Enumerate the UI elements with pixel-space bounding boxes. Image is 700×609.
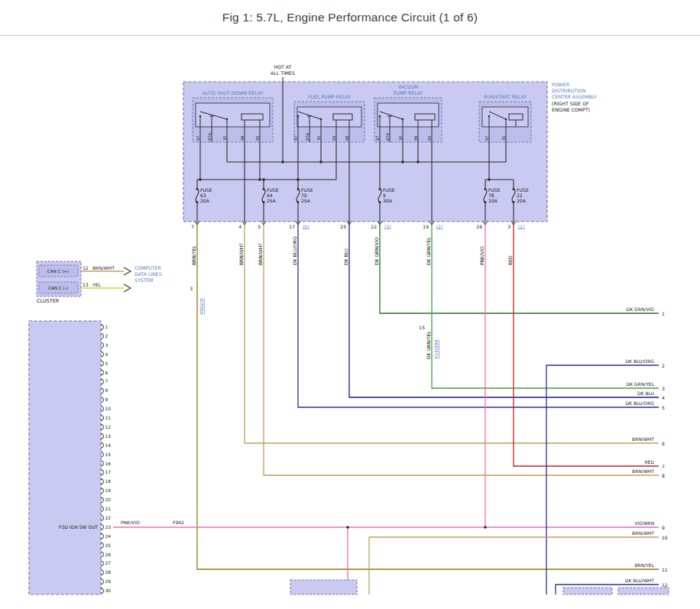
left-pin-number: 14: [105, 443, 112, 448]
bottom-component-box: [618, 588, 669, 594]
left-pin-number: 25: [105, 543, 112, 548]
fuse-label: FUSE: [267, 187, 279, 193]
inline-connector-ref[interactable]: X14/09A: [433, 339, 439, 359]
fuse-label: 25A: [301, 198, 311, 203]
junction-dot: [346, 526, 349, 529]
connector-ref[interactable]: [5]: [303, 224, 309, 229]
exit-pin-number: 22: [371, 224, 377, 229]
computer-data-lines-label: DATA LINES: [134, 271, 162, 277]
right-pin-number: 1: [662, 311, 665, 316]
junction-dot: [401, 160, 404, 164]
fuse-label: 20A: [200, 198, 210, 203]
left-pin-number: 22: [105, 516, 112, 520]
left-pin-number: 27: [105, 561, 112, 565]
right-pin-number: 3: [662, 386, 665, 391]
relay-label: AUTO SHUT DOWN RELAY: [203, 90, 264, 96]
right-pin-number: 2: [662, 363, 665, 368]
junction-dot: [488, 115, 491, 118]
right-wire-label: BRN/YEL: [634, 562, 654, 568]
junction-dot: [297, 115, 300, 118]
relay-pin-number: 86: [240, 135, 245, 141]
right-pin-number: 6: [662, 441, 665, 446]
right-wire-label: VIO/BRN: [635, 520, 654, 526]
right-pin-number: 10: [662, 535, 668, 540]
inline-connector-ref[interactable]: X902/A: [199, 297, 204, 315]
left-pin-number: 5: [105, 361, 109, 366]
off-page-arrow: [124, 284, 131, 292]
wire-color-label: DK GRN/YEL: [426, 331, 431, 359]
connector-ref[interactable]: [3]: [384, 224, 391, 229]
left-pin-number: 23: [105, 525, 112, 530]
wire-color-label: BRN/WHT: [258, 243, 263, 265]
wire-red: [514, 222, 659, 466]
right-wire-label: DK BLU: [637, 390, 654, 396]
relay-pin-number: 85: [427, 135, 432, 141]
wire-color-label: DK BLU/ORG: [292, 236, 297, 265]
left-pin-number: 2: [105, 334, 109, 339]
left-pin-number: 7: [105, 379, 109, 384]
relay-pin-number: 87: [375, 135, 380, 141]
exit-pin-number: 7: [191, 224, 194, 229]
wire-brn-yel: [197, 222, 659, 569]
left-pin-number: 30: [105, 588, 112, 593]
left-pin-number: 28: [105, 570, 112, 575]
fuse-label: FUSE: [301, 187, 313, 193]
wire-brn-wht: [369, 537, 659, 594]
left-pin-number: 21: [105, 507, 112, 511]
left-pin-number: 12: [105, 425, 112, 429]
right-pin-number: 9: [662, 525, 665, 530]
wiring-diagram-svg: POWERDISTRIBUTIONCENTER ASSEMBLY(RIGHT S…: [0, 0, 700, 609]
fuse-label: 20A: [517, 198, 527, 203]
right-wire-label: DK BLU/WHT: [625, 578, 654, 583]
left-pin-number: 9: [105, 397, 109, 402]
right-pin-number: 5: [662, 405, 665, 410]
right-wire-label: DK BLU/ORG: [625, 358, 654, 364]
wire-color-label: RED: [507, 255, 513, 265]
left-pin-number: 13: [105, 434, 112, 439]
right-wire-label: DK BLU/ORG: [625, 400, 654, 406]
fuse-label: 10A: [488, 198, 498, 203]
computer-data-lines-label: COMPUTER: [134, 265, 161, 270]
fuse-label: FUSE: [517, 187, 529, 193]
right-pin-number: 11: [662, 567, 668, 572]
wire-color-label: DK GRN/VIO: [374, 237, 379, 265]
exit-pin-number: 4: [238, 224, 241, 229]
relay-pin-number: 30: [501, 135, 506, 141]
relay-label: FUEL PUMP RELAY: [308, 94, 351, 99]
splice-cavity-number: 3: [190, 286, 193, 291]
fuse-label: FUSE: [488, 187, 501, 193]
exit-pin-number: 17: [289, 224, 295, 229]
pdc-label: POWER: [552, 82, 570, 87]
connector-id-label: F942: [173, 520, 184, 525]
wire-brn-wht: [245, 222, 659, 443]
figure-title-bar: Fig 1: 5.7L, Engine Performance Circuit …: [0, 0, 700, 36]
junction-dot: [319, 160, 322, 164]
right-wire-label: BRN/WHT: [632, 468, 654, 474]
pdc-label: DISTRIBUTION: [552, 88, 586, 93]
connector-ref[interactable]: [2]: [436, 224, 443, 229]
fuse-label: 22: [517, 193, 523, 198]
exit-pin-number: 3: [507, 224, 510, 229]
left-pin-number: 20: [105, 497, 112, 502]
wire-color-label: BRN/WHT: [238, 243, 244, 265]
left-connector-box: [29, 321, 101, 594]
relay-inner-box: [378, 103, 439, 127]
exit-pin-number: 19: [423, 224, 429, 229]
cluster-name: CLUSTER: [37, 298, 60, 304]
right-pin-number: 12: [662, 582, 668, 588]
left-pin-number: 4: [105, 352, 109, 357]
relay-pin-number: 87A: [385, 132, 390, 141]
left-pin-number: 16: [105, 462, 112, 466]
left-pin-number: 11: [105, 416, 112, 420]
left-pin-number: 19: [105, 488, 112, 493]
relay-pin-number: 87A: [207, 132, 212, 141]
fuse-label: 63: [200, 193, 206, 198]
pdc-label: ENGINE COMPT): [552, 107, 590, 112]
wire-dk-blu: [349, 222, 659, 397]
left-pin-number: 17: [105, 470, 112, 475]
relay-pin-number: 30: [316, 135, 321, 141]
fuse-label: 78: [488, 193, 494, 198]
connector-ref[interactable]: [2]: [518, 224, 525, 229]
fuse-label: 30A: [383, 198, 393, 203]
relay-pin-number: 87: [484, 135, 489, 141]
